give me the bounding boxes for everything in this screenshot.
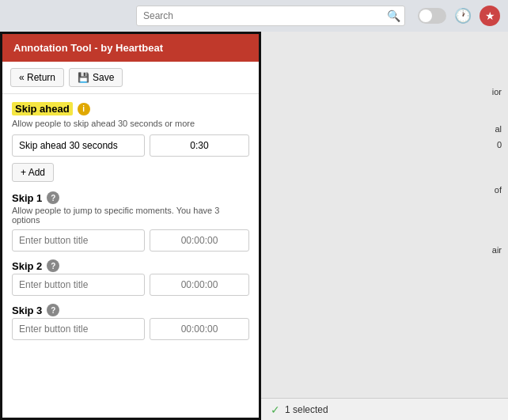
sidebar-label-1: ior	[267, 85, 502, 99]
history-icon[interactable]: 🕐	[454, 7, 472, 25]
save-icon: 💾	[78, 72, 89, 83]
panel-toolbar: « Return 💾 Save	[2, 62, 259, 94]
skip1-row	[12, 229, 249, 252]
sidebar-label-5: air	[267, 244, 502, 257]
sidebar-label-3: 0	[267, 138, 502, 152]
check-icon: ✓	[271, 403, 280, 416]
panel-body: Skip ahead i Allow people to skip ahead …	[2, 94, 259, 418]
panel-title: Annotation Tool - by Heartbeat	[13, 42, 163, 54]
sidebar-label-4: of	[267, 184, 502, 197]
skip-ahead-label: Skip ahead	[12, 102, 73, 115]
sidebar-right: ior al 0 of air Vincent Sick ✓ 1 selecte…	[261, 32, 508, 420]
skip-ahead-title: Skip ahead i	[12, 102, 249, 115]
add-button[interactable]: + Add	[12, 163, 54, 182]
browser-icons: 🕐 ★	[418, 6, 500, 26]
skip-ahead-row	[12, 134, 249, 157]
skip3-title-input[interactable]	[12, 318, 145, 340]
annotation-panel: Annotation Tool - by Heartbeat « Return …	[0, 32, 261, 420]
bookmark-star-icon[interactable]: ★	[480, 6, 500, 26]
skip2-row	[12, 274, 249, 296]
skip2-help-icon[interactable]: ?	[47, 259, 59, 272]
search-input[interactable]	[136, 6, 405, 26]
save-button[interactable]: 💾 Save	[69, 68, 123, 87]
skip3-label: Skip 3 ?	[12, 304, 249, 316]
sidebar-label-2: al	[267, 123, 502, 136]
skip2-section: Skip 2 ?	[12, 259, 249, 296]
toggle-icon[interactable]	[418, 8, 446, 24]
skip-ahead-input[interactable]	[12, 134, 145, 157]
skip2-time-input[interactable]	[150, 274, 249, 296]
skip2-label: Skip 2 ?	[12, 259, 249, 272]
panel-header: Annotation Tool - by Heartbeat	[2, 34, 259, 62]
skip1-title-input[interactable]	[12, 229, 145, 252]
skip1-time-input[interactable]	[150, 229, 249, 252]
skip1-help-icon[interactable]: ?	[47, 191, 59, 204]
skip1-section: Skip 1 ? Allow people to jump to specifi…	[12, 191, 249, 252]
search-box: 🔍	[136, 6, 405, 26]
browser-bar: 🔍 🕐 ★	[0, 0, 508, 32]
skip2-title-input[interactable]	[12, 274, 145, 296]
skip3-help-icon[interactable]: ?	[47, 304, 59, 316]
return-button[interactable]: « Return	[10, 68, 64, 87]
skip1-desc: Allow people to jump to specific moments…	[12, 206, 249, 225]
status-bar: ✓ 1 selected	[261, 398, 508, 420]
skip-ahead-info-icon[interactable]: i	[78, 103, 90, 115]
skip-ahead-desc: Allow people to skip ahead 30 seconds or…	[12, 119, 249, 128]
skip3-time-input[interactable]	[150, 318, 249, 340]
skip-ahead-time-input[interactable]	[150, 134, 249, 157]
skip1-label: Skip 1 ?	[12, 191, 249, 204]
skip3-row	[12, 318, 249, 340]
search-icon[interactable]: 🔍	[387, 9, 400, 22]
skip3-section: Skip 3 ?	[12, 304, 249, 340]
main-layout: Annotation Tool - by Heartbeat « Return …	[0, 32, 508, 420]
sidebar-content: ior al 0 of air	[261, 32, 508, 263]
save-label: Save	[93, 72, 114, 83]
status-label: 1 selected	[285, 404, 328, 415]
